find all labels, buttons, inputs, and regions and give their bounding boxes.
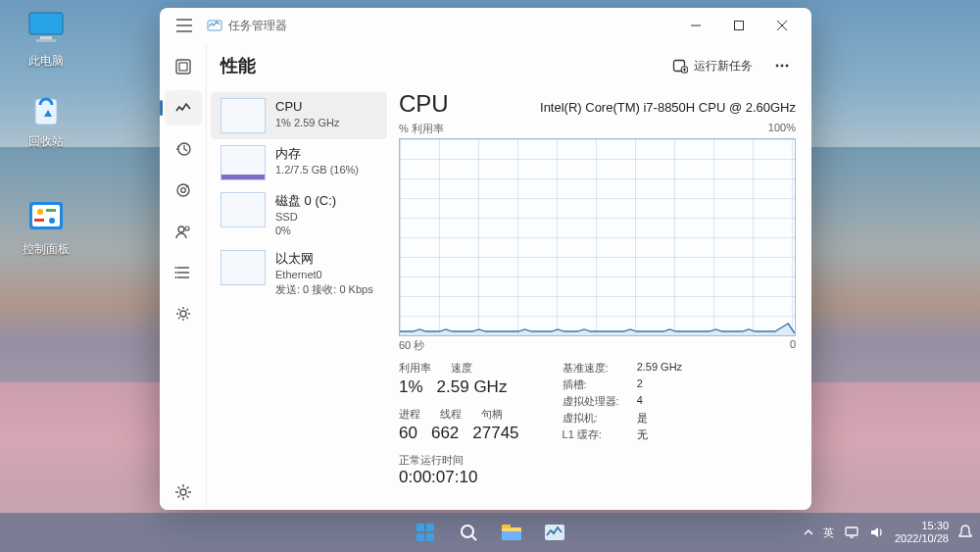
start-button[interactable] [407,517,444,548]
value-virtual-machine: 是 [637,411,682,426]
menu-toggle-button[interactable] [168,9,201,42]
value-utilization: 1% [399,377,423,397]
nav-settings[interactable] [165,475,202,510]
more-menu-button[interactable] [766,50,798,81]
tray-chevron-icon[interactable] [804,527,813,537]
close-icon [777,21,787,30]
chart-x-right: 0 [790,338,796,353]
perf-item-cpu[interactable]: CPU 1% 2.59 GHz [211,92,387,139]
close-button[interactable] [760,11,804,40]
svg-point-23 [180,311,186,317]
perf-thumb-net [220,250,266,285]
desktop-icon-recycle-bin[interactable]: 回收站 [10,88,82,150]
svg-point-34 [462,526,473,537]
minimize-button[interactable] [674,11,717,40]
value-processes: 60 [399,424,417,443]
taskbar-tray: 英 15:30 2022/10/28 [804,520,972,545]
svg-rect-37 [502,531,521,540]
perf-item-title: 内存 [275,145,359,163]
svg-rect-36 [502,525,511,528]
file-explorer-icon [501,524,522,541]
label-virtual-machine: 虚拟机: [563,411,619,426]
perf-item-title: 以太网 [275,250,373,268]
monitor-icon [25,8,67,49]
taskbar[interactable]: 英 15:30 2022/10/28 [0,513,980,552]
minimize-icon [691,21,701,30]
value-l1-cache: 无 [637,427,682,442]
cpu-usage-chart[interactable] [399,138,796,336]
perf-item-sub: Ethernet0 [275,268,373,282]
users-icon [174,223,192,240]
services-icon [174,305,192,323]
nav-users[interactable] [165,214,202,249]
more-icon [775,64,789,68]
label-threads: 线程 [440,407,462,422]
window-title: 任务管理器 [228,18,287,34]
perf-item-sub: SSD [275,210,336,225]
nav-details[interactable] [165,255,202,290]
taskbar-clock[interactable]: 15:30 2022/10/28 [895,520,949,545]
label-processes: 进程 [399,407,420,422]
gear-icon [174,483,192,501]
svg-rect-30 [416,524,424,531]
perf-item-ethernet[interactable]: 以太网 Ethernet0 发送: 0 接收: 0 Kbps [211,244,387,302]
windows-logo-icon [416,523,435,542]
taskbar-center [407,517,573,548]
svg-rect-39 [846,527,858,535]
taskbar-time: 15:30 [895,520,949,532]
perf-item-sub2: 发送: 0 接收: 0 Kbps [275,282,373,297]
svg-rect-13 [176,60,190,74]
startup-icon [174,181,192,199]
desktop-icon-control-panel[interactable]: 控制面板 [10,196,82,258]
perf-item-memory[interactable]: 内存 1.2/7.5 GB (16%) [211,139,387,186]
nav-startup[interactable] [165,173,202,208]
value-handles: 27745 [472,424,518,443]
perf-item-disk[interactable]: 磁盘 0 (C:) SSD 0% [211,186,387,244]
svg-rect-0 [29,13,63,34]
desktop-icon-label: 此电脑 [10,53,82,70]
svg-point-17 [180,188,185,193]
volume-icon[interactable] [869,526,885,539]
label-l1-cache: L1 缓存: [563,427,619,442]
nav-app-history[interactable] [165,131,202,167]
svg-point-24 [180,489,186,495]
history-icon [174,140,192,158]
svg-rect-2 [40,36,52,39]
value-virtual-processors: 4 [637,394,682,409]
ime-indicator[interactable]: 英 [823,526,834,540]
explorer-button[interactable] [493,517,530,548]
svg-rect-3 [36,39,56,42]
performance-icon [174,99,192,117]
value-speed: 2.59 GHz [437,377,508,397]
maximize-button[interactable] [717,11,760,40]
desktop-icon-label: 回收站 [10,133,82,150]
chart-x-label: 60 秒 [399,338,424,353]
svg-rect-14 [179,63,187,71]
control-panel-icon [25,196,67,237]
nav-performance[interactable] [165,90,202,125]
desktop-icon-this-pc[interactable]: 此电脑 [10,8,82,70]
label-uptime: 正常运行时间 [399,453,519,468]
label-speed: 速度 [451,361,472,376]
task-manager-taskbar-button[interactable] [536,517,573,548]
network-icon[interactable] [844,526,859,539]
nav-services[interactable] [165,296,202,331]
notifications-icon[interactable] [958,525,972,540]
search-button[interactable] [450,517,487,548]
task-manager-window: 任务管理器 性能 运行新任务 [160,8,811,510]
titlebar[interactable]: 任务管理器 [160,8,811,43]
run-task-icon [672,58,688,74]
performance-detail: CPU Intel(R) Core(TM) i7-8850H CPU @ 2.6… [391,88,811,510]
task-manager-icon [207,18,222,33]
value-uptime: 0:00:07:10 [399,468,519,487]
nav-processes[interactable] [165,49,202,84]
svg-point-27 [776,65,779,68]
svg-point-18 [178,226,184,232]
recycle-bin-icon [25,88,67,129]
run-new-task-button[interactable]: 运行新任务 [662,52,762,80]
content-header: 性能 运行新任务 [207,43,811,88]
desktop-icon-label: 控制面板 [10,241,82,258]
svg-point-22 [174,276,176,278]
chart-y-max: 100% [768,122,796,136]
search-icon [459,523,478,542]
